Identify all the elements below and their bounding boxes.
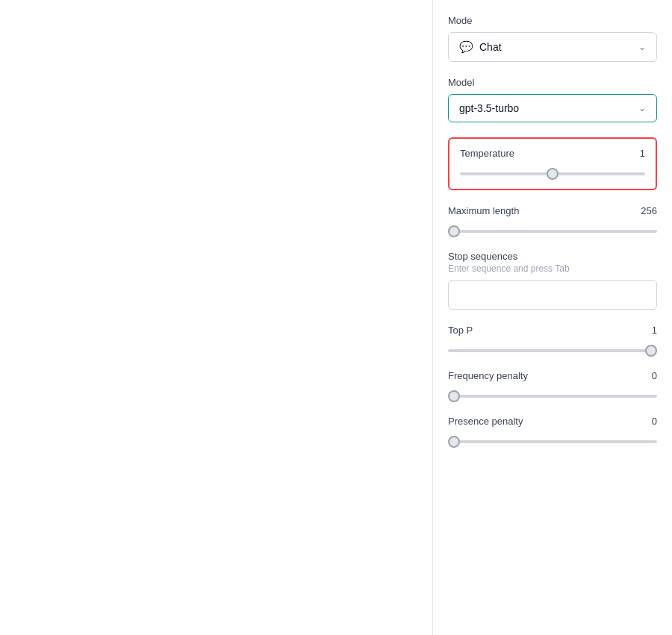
top-p-value: 1 bbox=[652, 325, 657, 336]
model-label: Model bbox=[448, 77, 657, 88]
presence-penalty-header: Presence penalty 0 bbox=[448, 416, 657, 427]
top-p-section: Top P 1 bbox=[448, 325, 657, 355]
presence-penalty-section: Presence penalty 0 bbox=[448, 416, 657, 446]
mode-section: Mode 💬 Chat ⌄ bbox=[448, 15, 657, 62]
mode-value: Chat bbox=[479, 41, 502, 53]
left-panel bbox=[0, 0, 433, 635]
presence-penalty-value: 0 bbox=[652, 416, 657, 427]
stop-sequences-label: Stop sequences bbox=[448, 251, 657, 262]
stop-sequences-input[interactable] bbox=[448, 280, 657, 310]
frequency-penalty-header: Frequency penalty 0 bbox=[448, 370, 657, 381]
mode-dropdown[interactable]: 💬 Chat ⌄ bbox=[448, 32, 657, 62]
right-panel: Mode 💬 Chat ⌄ Model gpt-3.5-turbo ⌄ Temp… bbox=[433, 0, 672, 635]
model-dropdown[interactable]: gpt-3.5-turbo ⌄ bbox=[448, 94, 657, 122]
stop-sequences-section: Stop sequences Enter sequence and press … bbox=[448, 251, 657, 310]
model-section: Model gpt-3.5-turbo ⌄ bbox=[448, 77, 657, 122]
temperature-header: Temperature 1 bbox=[460, 148, 645, 159]
presence-penalty-label: Presence penalty bbox=[448, 416, 523, 427]
max-length-header: Maximum length 256 bbox=[448, 205, 657, 216]
top-p-label: Top P bbox=[448, 325, 473, 336]
temperature-section: Temperature 1 bbox=[448, 137, 657, 190]
frequency-penalty-slider[interactable] bbox=[448, 395, 657, 398]
max-length-label: Maximum length bbox=[448, 205, 519, 216]
model-value: gpt-3.5-turbo bbox=[459, 102, 519, 114]
stop-sequences-hint: Enter sequence and press Tab bbox=[448, 263, 657, 274]
model-chevron-icon: ⌄ bbox=[638, 103, 646, 113]
temperature-label: Temperature bbox=[460, 148, 514, 159]
chat-icon: 💬 bbox=[459, 40, 473, 54]
mode-label: Mode bbox=[448, 15, 657, 26]
frequency-penalty-section: Frequency penalty 0 bbox=[448, 370, 657, 401]
max-length-slider[interactable] bbox=[448, 230, 657, 233]
mode-chevron-icon: ⌄ bbox=[638, 42, 646, 52]
frequency-penalty-value: 0 bbox=[652, 370, 657, 381]
max-length-value: 256 bbox=[641, 205, 657, 216]
mode-dropdown-left: 💬 Chat bbox=[459, 40, 502, 54]
top-p-header: Top P 1 bbox=[448, 325, 657, 336]
top-p-slider[interactable] bbox=[448, 349, 657, 352]
max-length-section: Maximum length 256 bbox=[448, 205, 657, 236]
temperature-value: 1 bbox=[640, 148, 645, 159]
temperature-slider[interactable] bbox=[460, 172, 645, 175]
frequency-penalty-label: Frequency penalty bbox=[448, 370, 528, 381]
presence-penalty-slider[interactable] bbox=[448, 440, 657, 443]
